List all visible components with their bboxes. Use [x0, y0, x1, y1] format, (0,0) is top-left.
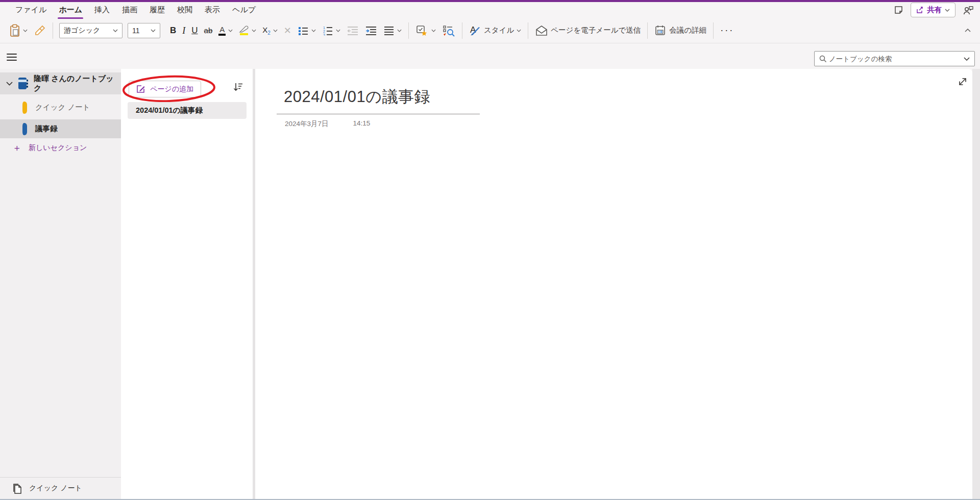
toolbar-divider	[462, 22, 462, 39]
strikethrough-button[interactable]: ab	[201, 24, 216, 37]
menu-history[interactable]: 履歴	[143, 3, 171, 17]
chevron-down-icon	[228, 29, 233, 32]
envelope-icon	[535, 25, 548, 36]
todo-tag-button[interactable]	[412, 22, 439, 39]
clipboard-icon	[9, 24, 20, 37]
account-button[interactable]	[963, 5, 974, 15]
add-page-label: ページの追加	[150, 85, 193, 94]
clear-formatting-icon: ✕	[284, 25, 291, 36]
styles-icon: A	[469, 25, 481, 36]
increase-indent-icon	[365, 26, 377, 36]
pages-icon	[12, 483, 22, 494]
ellipsis-icon: ···	[720, 25, 734, 36]
styles-button[interactable]: A スタイル	[466, 22, 524, 39]
highlighter-icon	[239, 26, 249, 35]
notebook-search	[814, 51, 975, 66]
share-label: 共有	[927, 5, 942, 15]
highlight-button[interactable]	[236, 23, 259, 38]
menu-view[interactable]: 表示	[199, 3, 226, 17]
add-section-label: 新しいセクション	[29, 143, 87, 153]
chevron-down-icon	[336, 29, 340, 32]
notebook-label: 隆暉 さんのノートブック	[34, 74, 121, 93]
person-feedback-icon	[963, 5, 974, 15]
email-page-button[interactable]: ページを電子メールで送信	[532, 22, 644, 39]
title-underline	[277, 114, 480, 114]
font-size-select[interactable]: 11	[128, 23, 160, 38]
menu-insert[interactable]: 挿入	[88, 3, 116, 17]
hamburger-menu-button[interactable]	[7, 52, 20, 63]
align-icon	[383, 26, 395, 36]
decrease-indent-button[interactable]	[344, 23, 362, 38]
todo-tag-icon	[415, 24, 429, 37]
note-title[interactable]: 2024/01/01の議事録	[284, 86, 430, 108]
bullet-list-button[interactable]	[295, 23, 319, 38]
quick-notes-footer-button[interactable]: クイック ノート	[0, 477, 121, 499]
note-date: 2024年3月7日	[285, 119, 329, 129]
underline-button[interactable]: U	[188, 23, 201, 37]
fullscreen-button[interactable]	[957, 76, 968, 87]
page-list-panel: ページの追加 2024/01/01の議事録	[121, 69, 253, 499]
share-button[interactable]: 共有	[911, 3, 955, 17]
paragraph-alignment-button[interactable]	[380, 23, 405, 38]
note-meta: 2024年3月7日 14:15	[285, 119, 370, 129]
plus-icon: ＋	[12, 143, 21, 153]
more-options-button[interactable]: ···	[717, 22, 737, 38]
section-color-icon	[22, 102, 27, 114]
tag-search-icon	[442, 24, 455, 37]
expand-diagonal-icon	[957, 76, 968, 87]
feed-panel-button[interactable]	[894, 5, 903, 15]
sort-pages-button[interactable]	[233, 82, 243, 92]
subscript-button[interactable]: X2	[259, 23, 281, 38]
search-input[interactable]	[827, 55, 964, 63]
note-canvas[interactable]: 2024/01/01の議事録 2024年3月7日 14:15	[255, 69, 972, 499]
menu-draw[interactable]: 描画	[116, 3, 143, 17]
decrease-indent-icon	[347, 26, 359, 36]
sidebar-section-minutes[interactable]: 議事録	[0, 119, 121, 138]
font-color-button[interactable]: A	[215, 23, 236, 38]
strikethrough-icon: ab	[204, 27, 213, 34]
sort-descending-icon	[233, 82, 243, 92]
note-time: 14:15	[353, 119, 371, 129]
find-tags-button[interactable]	[439, 22, 458, 39]
svg-text:2: 2	[323, 30, 325, 33]
section-label: 議事録	[35, 124, 58, 134]
meeting-details-button[interactable]: 会議の詳細	[651, 22, 709, 39]
menu-file[interactable]: ファイル	[9, 3, 53, 17]
bold-button[interactable]: B	[167, 23, 179, 37]
add-section-button[interactable]: ＋ 新しいセクション	[0, 141, 121, 155]
chevron-down-icon	[252, 29, 256, 32]
page-list-item[interactable]: 2024/01/01の議事録	[128, 102, 247, 119]
font-color-icon: A	[218, 26, 226, 36]
chevron-down-icon	[6, 82, 13, 86]
bold-icon: B	[170, 26, 176, 35]
share-icon	[916, 6, 924, 14]
italic-button[interactable]: I	[179, 23, 188, 38]
menu-home[interactable]: ホーム	[53, 3, 88, 17]
compose-page-icon	[136, 85, 145, 94]
styles-label: スタイル	[484, 26, 514, 35]
font-name-value: 游ゴシック	[64, 26, 100, 35]
ribbon-toolbar: 游ゴシック 11 B I U ab A X2 ✕ 123	[0, 18, 980, 43]
increase-indent-button[interactable]	[362, 23, 380, 38]
bullet-list-icon	[298, 26, 309, 36]
sidebar-notebook-item[interactable]: 隆暉 さんのノートブック	[0, 72, 121, 94]
chevron-down-icon[interactable]	[964, 57, 970, 61]
sidebar-section-quick-notes[interactable]: クイック ノート	[0, 98, 121, 117]
section-color-icon	[22, 123, 27, 135]
menu-help[interactable]: ヘルプ	[226, 3, 262, 17]
format-painter-icon	[34, 24, 46, 37]
format-painter-button[interactable]	[31, 22, 49, 39]
chevron-down-icon	[23, 29, 28, 32]
clear-formatting-button[interactable]: ✕	[281, 22, 295, 39]
email-page-label: ページを電子メールで送信	[551, 26, 641, 35]
notebook-sidebar: 隆暉 さんのノートブック クイック ノート 議事録 ＋ 新しいセクション クイッ…	[0, 69, 121, 499]
chevron-down-icon	[151, 29, 156, 32]
numbered-list-button[interactable]: 123	[319, 23, 344, 38]
font-name-select[interactable]: 游ゴシック	[59, 23, 122, 38]
scrollbar-track[interactable]	[972, 69, 980, 499]
collapse-ribbon-button[interactable]	[962, 26, 974, 35]
paste-button[interactable]	[6, 21, 31, 40]
menu-review[interactable]: 校閲	[171, 3, 199, 17]
add-page-button[interactable]: ページの追加	[129, 81, 201, 97]
toolbar-divider	[647, 22, 648, 39]
